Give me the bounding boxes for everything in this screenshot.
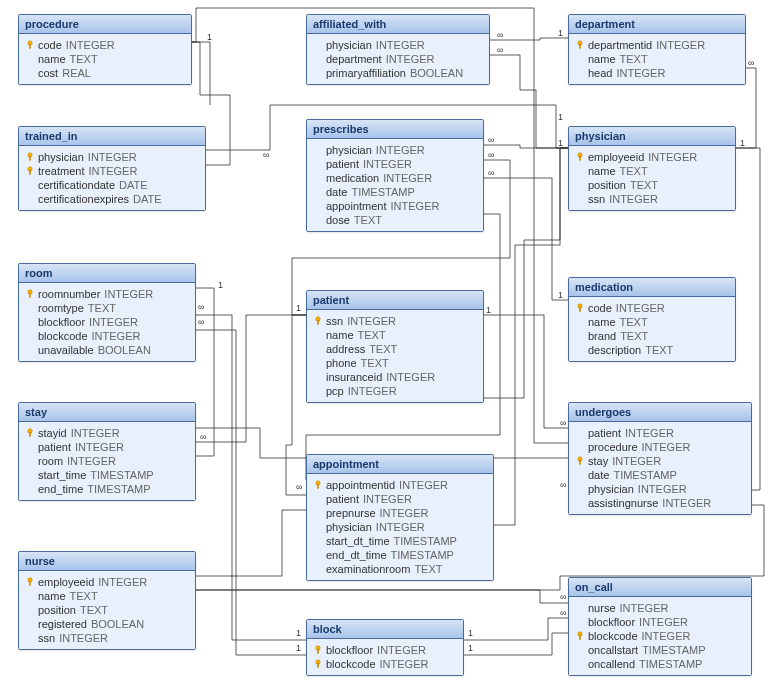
column-assistingnurse[interactable]: assistingnurseINTEGER — [575, 496, 745, 510]
column-oncallstart[interactable]: oncallstartTIMESTAMP — [575, 643, 745, 657]
table-block[interactable]: blockblockfloorINTEGERblockcodeINTEGER — [306, 619, 464, 676]
column-oncallend[interactable]: oncallendTIMESTAMP — [575, 657, 745, 671]
table-department[interactable]: departmentdepartmentidINTEGERnameTEXThea… — [568, 14, 746, 85]
column-blockfloor[interactable]: blockfloorINTEGER — [25, 315, 189, 329]
table-stay[interactable]: staystayidINTEGERpatientINTEGERroomINTEG… — [18, 402, 196, 501]
column-name[interactable]: nameTEXT — [575, 164, 729, 178]
column-employeeid[interactable]: employeeidINTEGER — [575, 150, 729, 164]
column-certificationexpires[interactable]: certificationexpiresDATE — [25, 192, 199, 206]
column-appointmentid[interactable]: appointmentidINTEGER — [313, 478, 487, 492]
column-dose[interactable]: doseTEXT — [313, 213, 477, 227]
table-header[interactable]: procedure — [19, 15, 191, 34]
column-room[interactable]: roomINTEGER — [25, 454, 189, 468]
column-patient[interactable]: patientINTEGER — [575, 426, 745, 440]
table-nurse[interactable]: nurseemployeeidINTEGERnameTEXTpositionTE… — [18, 551, 196, 650]
table-header[interactable]: block — [307, 620, 463, 639]
table-header[interactable]: undergoes — [569, 403, 751, 422]
column-departmentid[interactable]: departmentidINTEGER — [575, 38, 739, 52]
column-department[interactable]: departmentINTEGER — [313, 52, 483, 66]
column-physician[interactable]: physicianINTEGER — [575, 482, 745, 496]
table-medication[interactable]: medicationcodeINTEGERnameTEXTbrandTEXTde… — [568, 277, 736, 362]
column-address[interactable]: addressTEXT — [313, 342, 477, 356]
column-type: INTEGER — [348, 385, 397, 397]
column-phone[interactable]: phoneTEXT — [313, 356, 477, 370]
column-name[interactable]: nameTEXT — [313, 328, 477, 342]
column-stayid[interactable]: stayidINTEGER — [25, 426, 189, 440]
column-medication[interactable]: medicationINTEGER — [313, 171, 477, 185]
column-patient[interactable]: patientINTEGER — [313, 492, 487, 506]
table-on_call[interactable]: on_callnurseINTEGERblockfloorINTEGERbloc… — [568, 577, 752, 676]
column-roomtype[interactable]: roomtypeTEXT — [25, 301, 189, 315]
column-stay[interactable]: stayINTEGER — [575, 454, 745, 468]
column-blockcode[interactable]: blockcodeINTEGER — [313, 657, 457, 671]
column-pcp[interactable]: pcpINTEGER — [313, 384, 477, 398]
column-code[interactable]: codeINTEGER — [575, 301, 729, 315]
table-patient[interactable]: patientssnINTEGERnameTEXTaddressTEXTphon… — [306, 290, 484, 403]
column-start_dt_time[interactable]: start_dt_timeTIMESTAMP — [313, 534, 487, 548]
column-patient[interactable]: patientINTEGER — [25, 440, 189, 454]
column-procedure[interactable]: procedureINTEGER — [575, 440, 745, 454]
column-blockcode[interactable]: blockcodeINTEGER — [575, 629, 745, 643]
table-header[interactable]: on_call — [569, 578, 751, 597]
column-certificationdate[interactable]: certificationdateDATE — [25, 178, 199, 192]
table-header[interactable]: stay — [19, 403, 195, 422]
column-end_time[interactable]: end_timeTIMESTAMP — [25, 482, 189, 496]
column-physician[interactable]: physicianINTEGER — [313, 143, 477, 157]
column-nurse[interactable]: nurseINTEGER — [575, 601, 745, 615]
column-start_time[interactable]: start_timeTIMESTAMP — [25, 468, 189, 482]
table-header[interactable]: affiliated_with — [307, 15, 489, 34]
table-appointment[interactable]: appointmentappointmentidINTEGERpatientIN… — [306, 454, 494, 581]
table-header[interactable]: nurse — [19, 552, 195, 571]
column-registered[interactable]: registeredBOOLEAN — [25, 617, 189, 631]
column-ssn[interactable]: ssnINTEGER — [25, 631, 189, 645]
column-name[interactable]: nameTEXT — [25, 589, 189, 603]
table-physician[interactable]: physicianemployeeidINTEGERnameTEXTpositi… — [568, 126, 736, 211]
column-brand[interactable]: brandTEXT — [575, 329, 729, 343]
table-header[interactable]: trained_in — [19, 127, 205, 146]
column-employeeid[interactable]: employeeidINTEGER — [25, 575, 189, 589]
column-roomnumber[interactable]: roomnumberINTEGER — [25, 287, 189, 301]
column-ssn[interactable]: ssnINTEGER — [313, 314, 477, 328]
column-unavailable[interactable]: unavailableBOOLEAN — [25, 343, 189, 357]
column-name[interactable]: nameTEXT — [575, 52, 739, 66]
table-prescribes[interactable]: prescribesphysicianINTEGERpatientINTEGER… — [306, 119, 484, 232]
column-date[interactable]: dateTIMESTAMP — [575, 468, 745, 482]
table-header[interactable]: appointment — [307, 455, 493, 474]
column-code[interactable]: codeINTEGER — [25, 38, 185, 52]
table-undergoes[interactable]: undergoespatientINTEGERprocedureINTEGERs… — [568, 402, 752, 515]
column-head[interactable]: headINTEGER — [575, 66, 739, 80]
column-physician[interactable]: physicianINTEGER — [313, 520, 487, 534]
column-date[interactable]: dateTIMESTAMP — [313, 185, 477, 199]
column-treatment[interactable]: treatmentINTEGER — [25, 164, 199, 178]
column-blockcode[interactable]: blockcodeINTEGER — [25, 329, 189, 343]
column-cost[interactable]: costREAL — [25, 66, 185, 80]
column-blockfloor[interactable]: blockfloorINTEGER — [313, 643, 457, 657]
column-end_dt_time[interactable]: end_dt_timeTIMESTAMP — [313, 548, 487, 562]
table-header[interactable]: medication — [569, 278, 735, 297]
column-physician[interactable]: physicianINTEGER — [25, 150, 199, 164]
column-examinationroom[interactable]: examinationroomTEXT — [313, 562, 487, 576]
table-header[interactable]: physician — [569, 127, 735, 146]
column-appointment[interactable]: appointmentINTEGER — [313, 199, 477, 213]
column-position[interactable]: positionTEXT — [575, 178, 729, 192]
table-header[interactable]: department — [569, 15, 745, 34]
column-name: employeeid — [588, 151, 644, 163]
table-procedure[interactable]: procedurecodeINTEGERnameTEXTcostREAL — [18, 14, 192, 85]
column-ssn[interactable]: ssnINTEGER — [575, 192, 729, 206]
table-room[interactable]: roomroomnumberINTEGERroomtypeTEXTblockfl… — [18, 263, 196, 362]
column-patient[interactable]: patientINTEGER — [313, 157, 477, 171]
column-name[interactable]: nameTEXT — [575, 315, 729, 329]
table-trained_in[interactable]: trained_inphysicianINTEGERtreatmentINTEG… — [18, 126, 206, 211]
column-insuranceid[interactable]: insuranceidINTEGER — [313, 370, 477, 384]
table-header[interactable]: patient — [307, 291, 483, 310]
column-position[interactable]: positionTEXT — [25, 603, 189, 617]
column-blockfloor[interactable]: blockfloorINTEGER — [575, 615, 745, 629]
column-description[interactable]: descriptionTEXT — [575, 343, 729, 357]
column-primaryaffiliation[interactable]: primaryaffiliationBOOLEAN — [313, 66, 483, 80]
column-physician[interactable]: physicianINTEGER — [313, 38, 483, 52]
table-header[interactable]: prescribes — [307, 120, 483, 139]
column-name[interactable]: nameTEXT — [25, 52, 185, 66]
table-affiliated_with[interactable]: affiliated_withphysicianINTEGERdepartmen… — [306, 14, 490, 85]
table-header[interactable]: room — [19, 264, 195, 283]
column-prepnurse[interactable]: prepnurseINTEGER — [313, 506, 487, 520]
